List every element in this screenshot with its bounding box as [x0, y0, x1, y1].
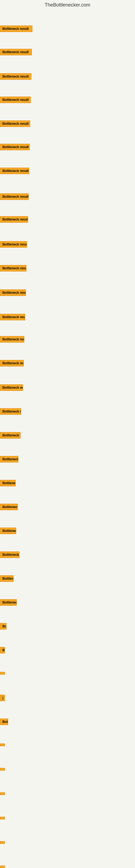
bottleneck-item: Bottleneck result: [0, 265, 27, 273]
bottleneck-badge[interactable]: Bottleneck result: [0, 360, 24, 367]
bottleneck-item: Bottleneck result: [0, 289, 26, 297]
bottleneck-item: Bottleneck r: [0, 504, 18, 511]
bottleneck-badge[interactable]: Bottleneck result: [0, 49, 32, 55]
bottleneck-badge[interactable]: Bottleneck result: [0, 73, 31, 80]
bottleneck-badge[interactable]: Bottleneck result: [0, 120, 30, 127]
bottleneck-item: Bottleneck: [0, 456, 18, 464]
bottleneck-item: Bottleneck result: [0, 241, 27, 249]
bottleneck-item: [0, 671, 5, 676]
bottleneck-badge[interactable]: Bo: [0, 623, 6, 629]
bottleneck-item: Bottlen: [0, 575, 13, 583]
bottleneck-badge[interactable]: Bottleneck result: [0, 97, 31, 103]
bottleneck-item: [0, 840, 5, 845]
page-wrapper: TheBottlenecker.com Bottleneck resultBot…: [0, 0, 135, 868]
bottleneck-badge[interactable]: Bottleneck result: [0, 241, 27, 248]
bottleneck-badge[interactable]: Bottlen: [0, 575, 13, 582]
bottleneck-badge[interactable]: |: [0, 695, 5, 701]
bottleneck-badge[interactable]: Bottleneck result: [0, 144, 30, 150]
bottleneck-badge[interactable]: Bottleneck result: [0, 314, 25, 320]
bottleneck-item: [0, 767, 5, 772]
bottleneck-badge[interactable]: Bott: [0, 718, 8, 725]
bottleneck-badge[interactable]: [0, 792, 5, 795]
bottleneck-item: Bottleneck re: [0, 408, 21, 416]
bottleneck-badge[interactable]: [0, 841, 5, 844]
bottleneck-badge[interactable]: Bottleneck result: [0, 336, 24, 343]
bottleneck-badge[interactable]: [0, 866, 5, 868]
bottleneck-item: Bottlene: [0, 480, 16, 488]
bottleneck-badge[interactable]: Bottlene: [0, 480, 16, 486]
bottleneck-item: Bottleneck result: [0, 120, 30, 128]
bottleneck-item: Bottleneck result: [0, 167, 29, 175]
bottleneck-badge[interactable]: [0, 768, 5, 771]
bottleneck-item: Bo: [0, 623, 6, 631]
bottleneck-item: Bottleneck result: [0, 314, 25, 321]
bottleneck-item: Bott: [0, 718, 8, 726]
bottleneck-badge[interactable]: Bottlenec: [0, 528, 16, 534]
bottleneck-item: [0, 791, 5, 796]
bottleneck-badge[interactable]: Bottleneck re: [0, 552, 19, 558]
site-title: TheBottlenecker.com: [0, 0, 135, 10]
bottleneck-item: Bottleneck: [0, 599, 17, 607]
bottleneck-badge[interactable]: Bottleneck result: [0, 289, 26, 296]
bottleneck-badge[interactable]: Bottleneck result: [0, 167, 29, 174]
bottleneck-badge[interactable]: Bottleneck result: [0, 26, 32, 32]
bottleneck-badge[interactable]: Bottleneck resul: [0, 432, 20, 439]
bottleneck-badge[interactable]: Bottleneck: [0, 456, 18, 463]
bottleneck-badge[interactable]: Bottleneck result: [0, 193, 29, 200]
bottleneck-badge[interactable]: [0, 744, 5, 746]
bottleneck-item: Bottleneck result: [0, 144, 30, 151]
bottleneck-item: Bottleneck result: [0, 360, 24, 368]
bottleneck-item: Bottleneck result: [0, 97, 31, 104]
bottleneck-item: [0, 742, 5, 747]
bottleneck-item: |: [0, 695, 5, 702]
bottleneck-item: Bottleneck result: [0, 384, 23, 392]
bottleneck-item: B: [0, 647, 5, 654]
bottleneck-item: [0, 865, 5, 868]
bottleneck-badge[interactable]: [0, 817, 5, 819]
bottleneck-item: Bottleneck result: [0, 73, 31, 81]
bottleneck-badge[interactable]: Bottleneck result: [0, 216, 28, 223]
bottleneck-item: [0, 816, 5, 820]
bottleneck-item: Bottleneck re: [0, 552, 19, 559]
bottleneck-item: Bottleneck result: [0, 216, 28, 224]
bottleneck-badge[interactable]: Bottleneck: [0, 599, 17, 606]
bottleneck-badge[interactable]: [0, 672, 5, 675]
bottleneck-item: Bottleneck resul: [0, 432, 20, 440]
bottleneck-badge[interactable]: Bottleneck re: [0, 408, 21, 415]
bottleneck-badge[interactable]: B: [0, 647, 5, 653]
bottleneck-item: Bottleneck result: [0, 49, 32, 56]
bottleneck-badge[interactable]: Bottleneck result: [0, 384, 23, 391]
bottleneck-item: Bottleneck result: [0, 336, 24, 344]
bottleneck-item: Bottlenec: [0, 528, 16, 535]
bottleneck-badge[interactable]: Bottleneck r: [0, 504, 18, 510]
bottleneck-badge[interactable]: Bottleneck result: [0, 265, 27, 272]
bottleneck-item: Bottleneck result: [0, 193, 29, 201]
bottleneck-item: Bottleneck result: [0, 26, 32, 33]
